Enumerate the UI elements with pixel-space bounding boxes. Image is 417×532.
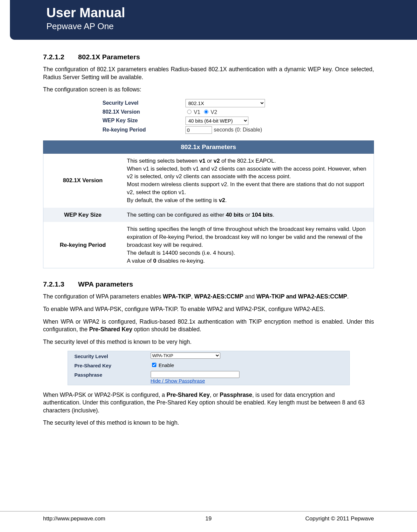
doc-title: User Manual bbox=[46, 6, 417, 19]
field-label: Security Level bbox=[75, 352, 151, 359]
table-title: 802.1x Parameters bbox=[43, 140, 374, 153]
section-heading-wpa: 7.2.1.3 WPA parameters bbox=[43, 280, 374, 288]
wpa-security-level-select[interactable]: WPA-TKIP bbox=[151, 352, 220, 359]
param-desc: This setting specifies the length of tim… bbox=[122, 222, 374, 268]
hide-show-passphrase-link[interactable]: Hide / Show Passphrase bbox=[151, 378, 205, 384]
field-suffix: seconds (0: Disable) bbox=[214, 127, 262, 133]
paragraph: The configuration screen is as follows: bbox=[43, 86, 374, 94]
config-screenshot-wpa: Security Level WPA-TKIP Pre-Shared Key E… bbox=[68, 351, 350, 385]
field-label: Pre-Shared Key bbox=[75, 362, 151, 368]
paragraph: When WPA or WPA2 is configured, Radius-b… bbox=[43, 318, 374, 334]
field-label: Security Level bbox=[103, 100, 185, 106]
rekey-input[interactable] bbox=[185, 126, 212, 134]
field-label: WEP Key Size bbox=[103, 118, 185, 124]
wep-keysize-select[interactable]: 40 bits (64-bit WEP) bbox=[185, 117, 248, 125]
footer-copyright: Copyright © 2011 Pepwave bbox=[305, 515, 374, 522]
paragraph: When WPA-PSK or WPA2-PSK is configured, … bbox=[43, 391, 374, 415]
document-header: User Manual Pepwave AP One bbox=[0, 0, 417, 40]
paragraph: The configuration of WPA parameters enab… bbox=[43, 293, 374, 301]
radio-v2[interactable]: V2 bbox=[202, 109, 217, 115]
passphrase-input[interactable] bbox=[151, 371, 239, 378]
paragraph: The security level of this method is kno… bbox=[43, 419, 374, 427]
paragraph: The configuration of 802.1X parameters e… bbox=[43, 66, 374, 81]
param-name: Re-keying Period bbox=[43, 222, 123, 268]
psk-enable-checkbox[interactable]: Enable bbox=[151, 362, 174, 368]
paragraph: The security level of this method is kno… bbox=[43, 338, 374, 346]
param-desc: The setting can be configured as either … bbox=[122, 208, 374, 222]
radio-v1[interactable]: V1 bbox=[185, 109, 200, 115]
param-desc: This setting selects between v1 or v2 of… bbox=[122, 153, 374, 207]
doc-subtitle: Pepwave AP One bbox=[46, 21, 417, 31]
parameters-table: 802.1x Parameters 802.1X Version This se… bbox=[43, 140, 374, 269]
field-label: Re-keying Period bbox=[103, 127, 185, 133]
param-name: 802.1X Version bbox=[43, 153, 123, 207]
page-footer: http://www.pepwave.com 19 Copyright © 20… bbox=[0, 511, 417, 522]
footer-url: http://www.pepwave.com bbox=[43, 515, 105, 522]
security-level-select[interactable]: 802.1X bbox=[185, 99, 265, 107]
page-number: 19 bbox=[205, 515, 212, 522]
param-name: WEP Key Size bbox=[43, 208, 123, 222]
field-label: 802.1X Version bbox=[103, 109, 185, 115]
config-screenshot-8021x: Security Level 802.1X 802.1X Version V1 … bbox=[103, 98, 315, 134]
field-label: Passphrase bbox=[75, 371, 151, 378]
section-heading-8021x: 7.2.1.2 802.1X Parameters bbox=[43, 53, 374, 61]
paragraph: To enable WPA and WPA-PSK, configure WPA… bbox=[43, 305, 374, 313]
